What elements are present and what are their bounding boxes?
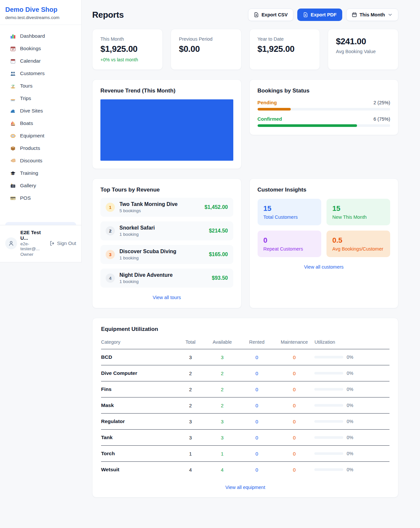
cell-available: 1 xyxy=(205,446,239,462)
dive-mask-icon xyxy=(10,133,16,139)
utilization-cell: 0% xyxy=(314,451,389,456)
col-header-rented: Rented xyxy=(240,337,274,349)
credit-card-icon xyxy=(10,195,16,201)
cell-category: Fins xyxy=(101,381,176,397)
cell-available: 2 xyxy=(205,397,239,414)
sidebar-item-training[interactable]: Training xyxy=(5,167,76,179)
cell-category: Regulator xyxy=(101,414,176,430)
view-all-customers-link[interactable]: View all customers xyxy=(258,264,390,270)
view-all-equipment-link[interactable]: View all equipment xyxy=(101,485,389,490)
sidebar-item-pos[interactable]: POS xyxy=(5,192,76,204)
tile-value: 15 xyxy=(332,204,384,213)
utilization-cell: 0% xyxy=(314,467,389,472)
sidebar-item-label: Products xyxy=(20,145,40,151)
tile-value: 0.5 xyxy=(332,236,384,245)
person-icon xyxy=(8,240,14,247)
bar-chart-icon xyxy=(10,33,16,39)
equipment-table: Category Total Available Rented Maintena… xyxy=(101,337,389,477)
sidebar-item-dive-sites[interactable]: Dive Sites xyxy=(5,105,76,117)
cell-available: 3 xyxy=(205,414,239,430)
utilization-bar xyxy=(314,468,343,471)
status-row-confirmed: Confirmed 6 (75%) xyxy=(258,116,390,127)
brand-name: Demo Dive Shop xyxy=(5,6,76,13)
rank-badge: 1 xyxy=(106,203,115,212)
sidebar-item-calendar[interactable]: Calendar xyxy=(5,55,76,67)
status-bar-track xyxy=(258,124,390,127)
sidebar-item-label: Calendar xyxy=(20,58,41,64)
export-pdf-button[interactable]: Export PDF xyxy=(297,9,342,21)
table-row: BCD 3 3 0 0 0% xyxy=(101,349,389,365)
table-row: Fins 2 2 0 0 0% xyxy=(101,381,389,397)
sidebar-item-label: Tours xyxy=(20,83,32,89)
sidebar-item-trips[interactable]: Trips xyxy=(5,92,76,105)
col-header-utilization: Utilization xyxy=(314,337,389,349)
cell-rented: 0 xyxy=(240,349,274,365)
status-count: 2 (25%) xyxy=(373,100,390,105)
stat-card-avg-booking-value: $241.00 Avg Booking Value xyxy=(328,29,398,70)
stat-value: $1,925.00 xyxy=(258,44,312,54)
utilization-bar xyxy=(314,356,343,358)
sidebar-item-boats[interactable]: Boats xyxy=(5,117,76,130)
sidebar-item-customers[interactable]: Customers xyxy=(5,67,76,80)
cell-category: Tank xyxy=(101,430,176,446)
sidebar-item-bookings[interactable]: 17 Bookings xyxy=(5,42,76,55)
wave-icon xyxy=(10,108,16,114)
sidebar-item-gallery[interactable]: Gallery xyxy=(5,179,76,192)
utilization-bar xyxy=(314,452,343,455)
table-row: Dive Computer 2 2 0 0 0% xyxy=(101,365,389,381)
utilization-bar xyxy=(314,436,343,439)
revenue-trend-chart xyxy=(100,99,233,161)
sidebar-item-products[interactable]: Products xyxy=(5,142,76,154)
col-header-total: Total xyxy=(176,337,205,349)
sidebar-item-label: Equipment xyxy=(20,133,44,139)
top-tours-title: Top Tours by Revenue xyxy=(100,187,233,193)
tour-name: Two Tank Morning Dive xyxy=(119,201,200,207)
sidebar-item-label: Customers xyxy=(20,71,45,76)
people-icon xyxy=(10,71,16,76)
camera-icon xyxy=(10,183,16,189)
utilization-bar xyxy=(314,420,343,423)
export-csv-button[interactable]: Export CSV xyxy=(248,9,293,21)
sidebar-item-discounts[interactable]: Discounts xyxy=(5,154,76,167)
cell-rented: 0 xyxy=(240,414,274,430)
calendar-icon xyxy=(10,58,16,64)
sidebar-item-label: Dashboard xyxy=(20,33,45,39)
cell-rented: 0 xyxy=(240,446,274,462)
stat-value: $241.00 xyxy=(336,36,390,47)
package-icon xyxy=(10,145,16,151)
stat-value: $0.00 xyxy=(179,44,233,54)
cell-maintenance: 0 xyxy=(274,365,314,381)
sidebar-item-label: Gallery xyxy=(20,183,36,189)
sign-out-button[interactable]: Sign Out xyxy=(50,240,76,246)
brand-domain: demo.test.divestreams.com xyxy=(5,15,76,20)
status-bar-track xyxy=(258,108,390,111)
cell-category: Wetsuit xyxy=(101,462,176,478)
speedboat-icon xyxy=(10,95,16,101)
page-header: Reports Export CSV Export PDF This Month xyxy=(92,9,398,21)
stat-card-this-month: This Month $1,925.00 +0% vs last month xyxy=(92,29,163,70)
tour-revenue: $93.50 xyxy=(212,275,228,281)
utilization-percent: 0% xyxy=(346,387,353,392)
cell-total: 3 xyxy=(176,349,205,365)
tile-total-customers: 15 Total Customers xyxy=(258,199,321,225)
period-selector[interactable]: This Month xyxy=(346,9,398,21)
revenue-trend-title: Revenue Trend (This Month) xyxy=(100,88,233,94)
cell-maintenance: 0 xyxy=(274,462,314,478)
top-tours-card: Top Tours by Revenue 1 Two Tank Morning … xyxy=(92,178,242,308)
utilization-percent: 0% xyxy=(346,467,353,472)
charts-row: Revenue Trend (This Month) Bookings by S… xyxy=(92,79,398,169)
table-row: Regulator 3 3 0 0 0% xyxy=(101,414,389,430)
sidebar-item-tours[interactable]: Tours xyxy=(5,80,76,92)
col-header-maintenance: Maintenance xyxy=(274,337,314,349)
file-download-icon xyxy=(303,12,308,17)
tile-new-this-month: 15 New This Month xyxy=(326,199,390,225)
insights-row: Top Tours by Revenue 1 Two Tank Morning … xyxy=(92,178,398,308)
tour-name: Night Dive Adventure xyxy=(119,272,207,278)
utilization-percent: 0% xyxy=(346,435,353,440)
view-all-tours-link[interactable]: View all tours xyxy=(100,295,233,300)
header-actions: Export CSV Export PDF This Month xyxy=(248,9,398,21)
sidebar-item-reports-partial[interactable] xyxy=(5,222,76,225)
sidebar-item-equipment[interactable]: Equipment xyxy=(5,130,76,142)
sidebar-item-dashboard[interactable]: Dashboard xyxy=(5,30,76,42)
bookings-calendar-icon: 17 xyxy=(10,46,16,51)
